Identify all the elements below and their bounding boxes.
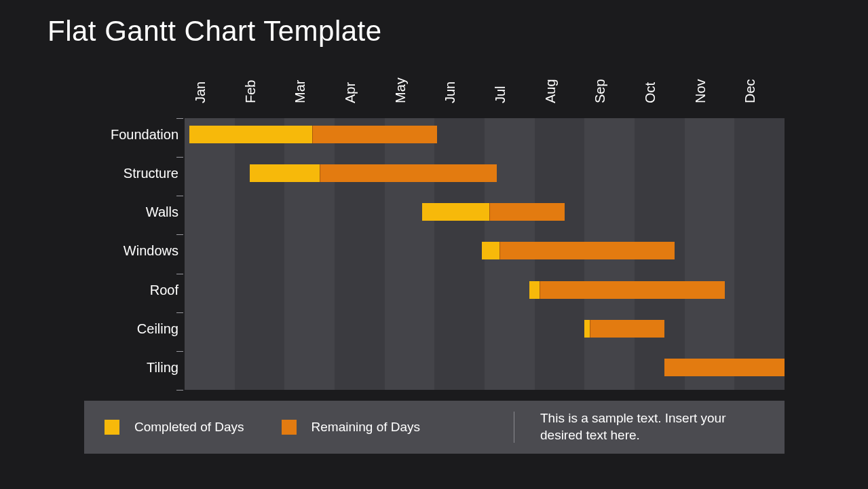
axis-tick — [176, 351, 183, 352]
month-label: Mar — [293, 80, 308, 103]
month-label: Nov — [693, 79, 709, 103]
task-label: Tiling — [147, 361, 178, 374]
gantt-bar-completed — [422, 203, 489, 221]
gantt-bar — [250, 164, 497, 182]
axis-tick — [176, 234, 183, 235]
legend-completed: Completed of Days — [105, 420, 244, 435]
month-label: Jun — [442, 82, 458, 103]
month-label: May — [393, 77, 409, 103]
axis-tick — [176, 157, 183, 158]
month-label: Jul — [493, 86, 508, 103]
swatch-completed-icon — [105, 420, 119, 435]
month-label: Aug — [543, 79, 559, 103]
legend-remaining: Remaining of Days — [282, 420, 421, 435]
month-stripe — [434, 118, 485, 390]
month-label: Sep — [592, 79, 608, 103]
swatch-remaining-icon — [282, 420, 297, 435]
month-stripe — [734, 118, 785, 390]
gantt-bar-completed — [529, 281, 540, 299]
page-title: Flat Gantt Chart Template — [48, 15, 382, 48]
legend-bar: Completed of Days Remaining of Days This… — [84, 401, 785, 454]
month-label: Feb — [243, 80, 259, 103]
month-stripe — [235, 118, 285, 390]
month-label: Jan — [193, 82, 208, 103]
gantt-bar-completed — [584, 320, 589, 338]
task-label: Walls — [146, 205, 178, 219]
month-stripe — [185, 118, 235, 390]
month-stripe — [385, 118, 435, 390]
month-stripe — [685, 118, 735, 390]
axis-tick — [176, 196, 183, 196]
legend-caption: This is a sample text. Insert your desir… — [540, 410, 744, 443]
month-axis: JanFebMarAprMayJunJulAugSepOctNovDec — [185, 64, 785, 110]
gantt-bar — [422, 203, 565, 221]
axis-tick — [176, 390, 183, 391]
month-label: Dec — [742, 79, 758, 103]
legend-divider — [514, 412, 514, 443]
axis-tick — [176, 274, 183, 274]
month-label: Apr — [343, 82, 358, 103]
task-axis: FoundationStructureWallsWindowsRoofCeili… — [92, 118, 185, 390]
gantt-bar-completed — [482, 242, 499, 259]
gantt-plot — [185, 118, 785, 390]
month-stripe — [335, 118, 385, 390]
month-label: Oct — [643, 82, 658, 103]
slide: Flat Gantt Chart Template JanFebMarAprMa… — [0, 0, 868, 489]
gantt-bar — [664, 359, 785, 376]
gantt-bar — [584, 320, 664, 338]
task-label: Foundation — [111, 128, 178, 141]
task-label: Windows — [124, 244, 178, 257]
task-label: Ceiling — [137, 322, 178, 336]
month-stripe — [284, 118, 335, 390]
task-label: Roof — [150, 283, 178, 297]
legend-completed-label: Completed of Days — [134, 420, 244, 435]
gantt-bar — [189, 126, 437, 143]
legend-remaining-label: Remaining of Days — [312, 420, 421, 435]
gantt-bar — [482, 242, 675, 259]
gantt-bar — [529, 281, 724, 299]
axis-tick — [176, 312, 183, 313]
axis-tick — [176, 118, 183, 119]
task-label: Structure — [124, 166, 178, 180]
gantt-bar-completed — [189, 126, 312, 143]
gantt-bar-completed — [250, 164, 320, 182]
